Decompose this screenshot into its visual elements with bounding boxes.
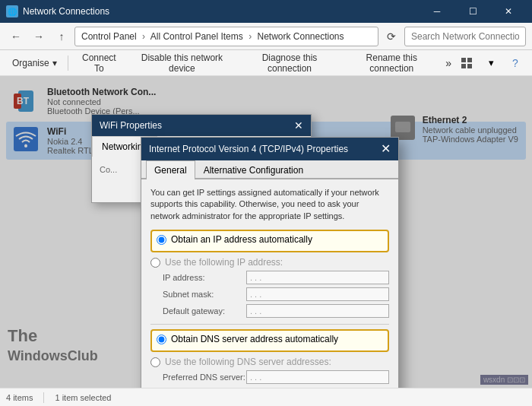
help-button[interactable]: ?	[505, 52, 526, 74]
tcp-tabs: General Alternative Configuration	[141, 160, 398, 179]
window-controls: ─ ☐ ✕	[420, 0, 526, 23]
wifi-content-text: Co...	[100, 165, 117, 174]
organise-arrow: ▾	[52, 58, 57, 68]
auto-dns-option[interactable]: Obtain DNS server address automatically	[157, 334, 383, 344]
diagnose-label: Diagnose this connection	[245, 52, 335, 74]
ip-address-row: IP address:	[163, 271, 389, 284]
diagnose-button[interactable]: Diagnose this connection	[239, 52, 341, 74]
tcp-close-btn[interactable]: ✕	[381, 143, 391, 155]
item-count: 4 items	[6, 393, 33, 402]
wifi-dialog-title-text: WiFi Properties	[100, 120, 162, 131]
close-btn[interactable]: ✕	[491, 0, 526, 23]
preferred-dns-row: Preferred DNS server:	[163, 370, 389, 384]
address-bar: ← → ↑ Control Panel › All Control Panel …	[0, 23, 532, 50]
disable-label: Disable this network device	[133, 52, 231, 74]
grid-icon	[461, 57, 473, 69]
preferred-dns-label: Preferred DNS server:	[163, 373, 246, 382]
tcp-dialog-content: You can get IP settings assigned automat…	[141, 179, 398, 388]
default-gateway-input[interactable]	[246, 304, 389, 318]
connect-to-button[interactable]: Connect To	[73, 52, 126, 74]
auto-dns-highlight: Obtain DNS server address automatically	[150, 329, 389, 352]
tcp-divider	[150, 324, 389, 325]
auto-ip-label: Obtain an IP address automatically	[171, 234, 312, 245]
toolbar: Organise ▾ Connect To Disable this netwo…	[0, 50, 532, 76]
dns-address-fields: Preferred DNS server: Alternative DNS se…	[163, 370, 389, 388]
organise-button[interactable]: Organise ▾	[6, 52, 63, 74]
window-title: Network Connections	[23, 6, 420, 17]
back-button[interactable]: ←	[6, 27, 26, 46]
search-input[interactable]	[404, 27, 526, 46]
manual-dns-label: Use the following DNS server addresses:	[165, 357, 331, 367]
refresh-button[interactable]: ⟳	[382, 27, 401, 46]
up-button[interactable]: ↑	[52, 27, 71, 46]
subnet-mask-label: Subnet mask:	[163, 290, 246, 299]
manual-ip-label: Use the following IP address:	[165, 257, 283, 268]
svg-rect-1	[467, 58, 472, 62]
svg-rect-3	[467, 64, 472, 68]
default-gateway-label: Default gateway:	[163, 306, 246, 316]
auto-ip-option[interactable]: Obtain an IP address automatically	[157, 234, 383, 245]
address-path[interactable]: Control Panel › All Control Panel Items …	[74, 27, 378, 46]
wifi-dialog-titlebar: WiFi Properties ✕	[92, 115, 311, 136]
toolbar-separator-1	[68, 56, 68, 71]
ip-address-fields: IP address: Subnet mask: Default gateway…	[163, 271, 389, 318]
preferred-dns-input[interactable]	[246, 370, 389, 384]
auto-ip-highlight: Obtain an IP address automatically	[150, 230, 389, 252]
ip-address-label: IP address:	[163, 273, 246, 282]
auto-dns-radio[interactable]	[157, 335, 166, 344]
auto-dns-label: Obtain DNS server address automatically	[171, 334, 338, 344]
alternative-dns-row: Alternative DNS server:	[163, 387, 389, 388]
manual-ip-radio[interactable]	[150, 258, 160, 268]
title-bar: 🌐 Network Connections ─ ☐ ✕	[0, 0, 532, 23]
subnet-mask-row: Subnet mask:	[163, 287, 389, 301]
minimize-btn[interactable]: ─	[420, 0, 454, 23]
manual-ip-option[interactable]: Use the following IP address:	[150, 257, 389, 268]
status-separator	[43, 392, 44, 403]
app-icon: 🌐	[6, 5, 18, 17]
tcp-description: You can get IP settings assigned automat…	[150, 187, 389, 222]
forward-button[interactable]: →	[29, 27, 49, 46]
tcp-dialog-titlebar: Internet Protocol Version 4 (TCP/IPv4) P…	[141, 138, 398, 160]
view-dropdown-button[interactable]: ▾	[480, 52, 502, 74]
subnet-mask-input[interactable]	[246, 287, 389, 301]
organise-label: Organise	[12, 58, 49, 68]
auto-ip-radio[interactable]	[157, 235, 166, 245]
connect-to-label: Connect To	[79, 52, 120, 74]
rename-button[interactable]: Rename this connection	[342, 52, 441, 74]
tab-alternative-config[interactable]: Alternative Configuration	[195, 160, 312, 179]
tcp-dialog: Internet Protocol Version 4 (TCP/IPv4) P…	[141, 137, 399, 388]
toolbar-right: ▾ ?	[456, 52, 526, 74]
rename-label: Rename this connection	[348, 52, 435, 74]
selected-count: 1 item selected	[55, 393, 111, 402]
main-window: 🌐 Network Connections ─ ☐ ✕ ← → ↑ Contro…	[0, 0, 532, 406]
path-text: Control Panel › All Control Panel Items …	[81, 31, 344, 42]
svg-rect-0	[461, 58, 466, 62]
more-button[interactable]: »	[442, 52, 454, 74]
status-bar: 4 items 1 item selected	[0, 388, 532, 406]
tab-general[interactable]: General	[146, 160, 195, 179]
tcp-dialog-title-text: Internet Protocol Version 4 (TCP/IPv4) P…	[149, 144, 348, 154]
manual-dns-option[interactable]: Use the following DNS server addresses:	[150, 357, 389, 367]
disable-button[interactable]: Disable this network device	[127, 52, 237, 74]
content-area: BT Bluetooth Network Con... Not connecte…	[0, 76, 532, 388]
default-gateway-row: Default gateway:	[163, 304, 389, 318]
view-icons-button[interactable]	[456, 52, 477, 74]
ip-address-input[interactable]	[246, 271, 389, 284]
svg-rect-2	[461, 64, 466, 68]
manual-dns-radio[interactable]	[150, 357, 160, 367]
maximize-btn[interactable]: ☐	[455, 0, 490, 23]
wifi-close-btn[interactable]: ✕	[294, 119, 303, 132]
alternative-dns-label: Alternative DNS server:	[163, 387, 246, 388]
